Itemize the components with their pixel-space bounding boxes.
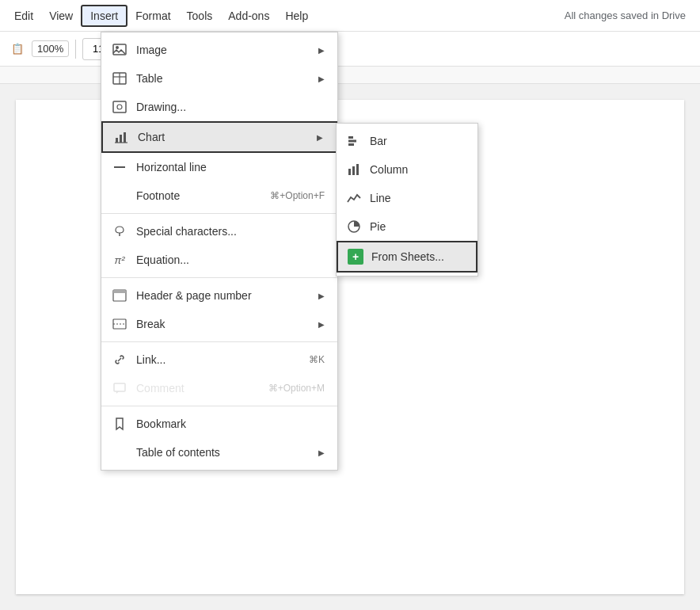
line-label: Line bbox=[370, 192, 390, 204]
menu-tools[interactable]: Tools bbox=[179, 6, 221, 25]
menu-insert[interactable]: Insert bbox=[81, 5, 127, 27]
menu-item-comment: Comment ⌘+Option+M bbox=[101, 374, 337, 402]
bar-label: Bar bbox=[370, 135, 387, 147]
svg-rect-21 bbox=[113, 290, 126, 293]
insert-dropdown: Image ▶ Table ▶ Drawing... bbox=[101, 32, 338, 471]
from-sheets-label: From Sheets... bbox=[371, 250, 444, 263]
menu-item-hline[interactable]: Horizontal line bbox=[101, 153, 337, 181]
svg-rect-5 bbox=[113, 101, 126, 112]
toolbar-copy-format[interactable]: 📋 bbox=[6, 40, 29, 58]
drawing-label: Drawing... bbox=[136, 101, 325, 113]
comment-icon bbox=[111, 379, 128, 397]
footnote-icon bbox=[111, 187, 128, 204]
bookmark-label: Bookmark bbox=[136, 417, 325, 430]
toolbar-zoom[interactable]: 100% bbox=[32, 40, 69, 57]
menu-format[interactable]: Format bbox=[127, 6, 178, 25]
image-arrow: ▶ bbox=[318, 46, 325, 55]
header-label: Header & page number bbox=[136, 289, 312, 302]
column-icon bbox=[346, 162, 362, 177]
footnote-shortcut: ⌘+Option+F bbox=[270, 190, 325, 201]
svg-rect-8 bbox=[120, 135, 122, 143]
svg-rect-15 bbox=[352, 166, 355, 175]
chart-submenu: Bar Column bbox=[336, 123, 478, 276]
table-label: Table bbox=[136, 72, 312, 85]
toc-icon bbox=[111, 444, 128, 461]
submenu-bar[interactable]: Bar bbox=[337, 127, 477, 155]
bookmark-icon bbox=[111, 415, 128, 433]
image-icon bbox=[111, 41, 128, 59]
menu-help[interactable]: Help bbox=[277, 6, 316, 25]
equation-icon: π² bbox=[111, 251, 128, 269]
chart-label: Chart bbox=[138, 131, 310, 143]
menu-item-header[interactable]: Header & page number ▶ bbox=[101, 281, 337, 310]
hline-icon bbox=[111, 158, 128, 176]
link-label: Link... bbox=[136, 353, 309, 366]
svg-rect-14 bbox=[348, 169, 351, 175]
svg-rect-11 bbox=[348, 136, 353, 139]
svg-rect-12 bbox=[348, 140, 356, 143]
menu-item-chart[interactable]: Chart ▶ Bar bbox=[101, 121, 337, 153]
svg-rect-9 bbox=[124, 132, 126, 143]
svg-rect-16 bbox=[356, 164, 359, 175]
break-arrow: ▶ bbox=[318, 320, 325, 329]
line-icon bbox=[346, 190, 362, 206]
pie-label: Pie bbox=[370, 220, 386, 233]
menu-item-break[interactable]: Break ▶ bbox=[101, 310, 337, 338]
menu-item-footnote[interactable]: Footnote ⌘+Option+F bbox=[101, 181, 337, 210]
svg-rect-13 bbox=[348, 143, 354, 146]
toolbar-sep-1 bbox=[75, 40, 76, 59]
menu-item-image[interactable]: Image ▶ bbox=[101, 36, 337, 64]
menu-item-table[interactable]: Table ▶ bbox=[101, 64, 337, 93]
menu-edit[interactable]: Edit bbox=[6, 6, 41, 25]
menu-bar: Edit View Insert Format Tools Add-ons He… bbox=[0, 0, 700, 32]
svg-point-6 bbox=[117, 105, 122, 109]
sep-2 bbox=[101, 277, 337, 278]
pie-icon bbox=[346, 219, 362, 234]
chart-arrow: ▶ bbox=[317, 133, 323, 142]
menu-view[interactable]: View bbox=[41, 6, 81, 25]
comment-shortcut: ⌘+Option+M bbox=[268, 383, 325, 394]
break-icon bbox=[111, 315, 128, 333]
drawing-icon bbox=[111, 98, 128, 116]
image-label: Image bbox=[136, 44, 312, 56]
submenu-from-sheets[interactable]: + From Sheets... bbox=[337, 241, 477, 273]
toc-arrow: ▶ bbox=[318, 448, 325, 457]
submenu-pie[interactable]: Pie bbox=[337, 212, 477, 241]
svg-rect-24 bbox=[114, 383, 125, 391]
sep-3 bbox=[101, 341, 337, 342]
column-label: Column bbox=[370, 163, 408, 176]
footnote-label: Footnote bbox=[136, 189, 270, 202]
hline-label: Horizontal line bbox=[136, 161, 325, 173]
submenu-line[interactable]: Line bbox=[337, 184, 477, 212]
equation-label: Equation... bbox=[136, 254, 325, 266]
svg-rect-7 bbox=[116, 138, 118, 143]
bar-icon bbox=[346, 133, 362, 149]
menu-item-drawing[interactable]: Drawing... bbox=[101, 93, 337, 121]
header-icon bbox=[111, 287, 128, 304]
sep-1 bbox=[101, 213, 337, 214]
table-icon bbox=[111, 70, 128, 87]
table-arrow: ▶ bbox=[318, 74, 325, 83]
menu-item-link[interactable]: Link... ⌘K bbox=[101, 345, 337, 374]
break-label: Break bbox=[136, 318, 312, 330]
header-arrow: ▶ bbox=[318, 292, 325, 300]
link-shortcut: ⌘K bbox=[309, 354, 325, 365]
special-icon bbox=[111, 223, 128, 240]
sheets-icon: + bbox=[348, 249, 363, 265]
submenu-column[interactable]: Column bbox=[337, 155, 477, 184]
menu-item-special[interactable]: Special characters... bbox=[101, 217, 337, 246]
menu-item-bookmark[interactable]: Bookmark bbox=[101, 410, 337, 438]
link-icon bbox=[111, 351, 128, 368]
comment-label: Comment bbox=[136, 382, 268, 395]
chart-icon bbox=[112, 128, 130, 146]
svg-point-1 bbox=[116, 46, 119, 49]
menu-item-toc[interactable]: Table of contents ▶ bbox=[101, 438, 337, 467]
special-label: Special characters... bbox=[136, 225, 325, 238]
menu-item-equation[interactable]: π² Equation... bbox=[101, 246, 337, 274]
saved-status: All changes saved in Drive bbox=[557, 6, 694, 25]
menu-addons[interactable]: Add-ons bbox=[220, 6, 277, 25]
sep-4 bbox=[101, 406, 337, 406]
toc-label: Table of contents bbox=[136, 446, 312, 459]
